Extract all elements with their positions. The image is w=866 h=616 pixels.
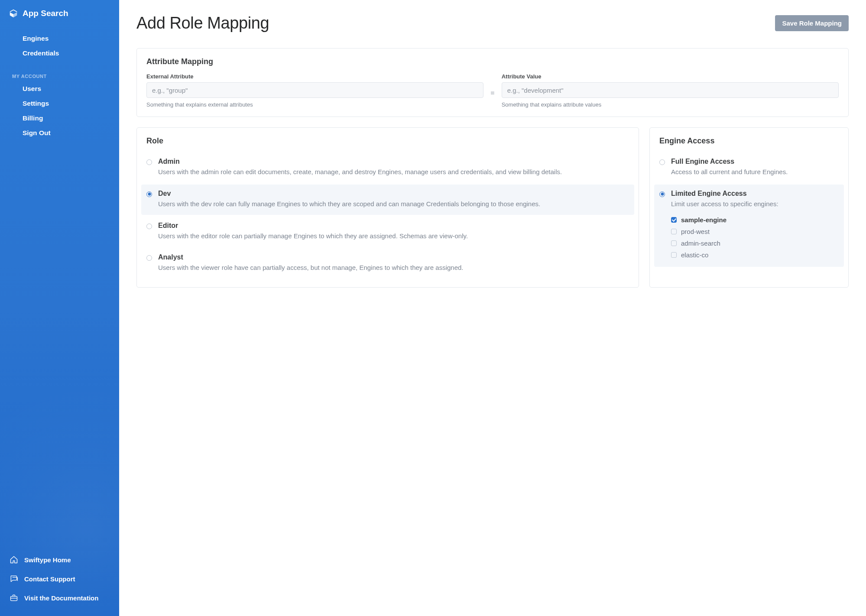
link-label: Visit the Documentation [24,594,98,602]
svg-rect-0 [11,597,17,601]
attribute-value-input[interactable] [502,82,839,98]
radio-icon [146,224,152,229]
external-attribute-field: External Attribute Something that explai… [146,73,483,108]
link-label: Swiftype Home [24,556,71,564]
equals-label: = [490,84,494,97]
engine-access-option-title: Limited Engine Access [671,190,839,198]
link-swiftype-home[interactable]: Swiftype Home [0,550,119,569]
engine-checkbox-row[interactable]: sample-engine [671,214,839,226]
nav-item-users[interactable]: Users [0,81,119,96]
radio-icon [659,191,665,197]
engine-label: admin-search [681,240,720,247]
page-header: Add Role Mapping Save Role Mapping [136,14,849,32]
save-role-mapping-button[interactable]: Save Role Mapping [775,15,849,31]
role-option-dev[interactable]: DevUsers with the dev role can fully man… [141,185,634,215]
role-option-title: Editor [158,222,629,230]
nav-item-settings[interactable]: Settings [0,96,119,111]
radio-icon [659,159,665,165]
card-title: Role [146,136,629,146]
brand-title: App Search [23,9,68,18]
engine-label: sample-engine [681,216,727,224]
main: Add Role Mapping Save Role Mapping Attri… [119,0,866,616]
checkbox-icon [671,229,677,234]
checkbox-icon [671,217,677,223]
role-option-description: Users with the viewer role have can part… [158,263,629,272]
checkbox-icon [671,240,677,246]
nav-item-signout[interactable]: Sign Out [0,126,119,140]
chat-icon [10,574,18,583]
card-title: Attribute Mapping [146,57,839,66]
field-hint: Something that explains external attribu… [146,101,483,108]
role-option-description: Users with the dev role can fully manage… [158,199,629,209]
link-label: Contact Support [24,575,75,583]
logo-icon [9,9,18,18]
field-hint: Something that explains attribute values [502,101,839,108]
role-option-editor[interactable]: EditorUsers with the editor role can par… [141,217,634,247]
engine-checkbox-row[interactable]: elastic-co [671,249,839,261]
nav-item-engines[interactable]: Engines [0,31,119,46]
link-contact-support[interactable]: Contact Support [0,569,119,588]
attribute-mapping-card: Attribute Mapping External Attribute Som… [136,48,849,117]
nav-primary: Engines Credentials [0,26,119,64]
role-option-description: Users with the admin role can edit docum… [158,167,629,177]
role-options: AdminUsers with the admin role can edit … [146,152,629,279]
engine-access-option-full[interactable]: Full Engine AccessAccess to all current … [654,152,844,183]
engine-checkbox-row[interactable]: admin-search [671,237,839,249]
sidebar: App Search Engines Credentials MY ACCOUN… [0,0,119,616]
link-documentation[interactable]: Visit the Documentation [0,588,119,607]
page-title: Add Role Mapping [136,14,269,32]
nav-account: MY ACCOUNT Users Settings Billing Sign O… [0,64,119,144]
engine-checkbox-row[interactable]: prod-west [671,226,839,237]
checkbox-icon [671,252,677,258]
engine-access-options: Full Engine AccessAccess to all current … [659,152,839,267]
external-attribute-input[interactable] [146,82,483,98]
role-option-title: Dev [158,190,629,198]
field-label: Attribute Value [502,73,839,80]
engine-label: elastic-co [681,251,708,259]
role-option-analyst[interactable]: AnalystUsers with the viewer role have c… [141,248,634,279]
nav-item-billing[interactable]: Billing [0,111,119,126]
role-option-admin[interactable]: AdminUsers with the admin role can edit … [141,152,634,183]
engine-list: sample-engineprod-westadmin-searchelasti… [671,214,839,261]
sidebar-bottom: Swiftype Home Contact Support Visit the … [0,546,119,616]
radio-icon [146,159,152,165]
role-option-description: Users with the editor role can partially… [158,231,629,241]
engine-label: prod-west [681,228,710,235]
role-option-title: Analyst [158,253,629,261]
briefcase-icon [10,593,18,602]
engine-access-option-limited[interactable]: Limited Engine AccessLimit user access t… [654,185,844,267]
card-title: Engine Access [659,136,839,146]
role-card: Role AdminUsers with the admin role can … [136,127,639,288]
home-icon [10,555,18,564]
nav-account-label: MY ACCOUNT [0,69,119,81]
radio-icon [146,191,152,197]
radio-icon [146,255,152,261]
field-label: External Attribute [146,73,483,80]
nav-item-credentials[interactable]: Credentials [0,46,119,61]
brand: App Search [0,0,119,26]
engine-access-card: Engine Access Full Engine AccessAccess t… [649,127,849,288]
attribute-value-field: Attribute Value Something that explains … [502,73,839,108]
role-option-title: Admin [158,158,629,165]
engine-access-option-description: Limit user access to specific engines: [671,199,839,209]
engine-access-option-description: Access to all current and future Engines… [671,167,839,177]
engine-access-option-title: Full Engine Access [671,158,839,165]
